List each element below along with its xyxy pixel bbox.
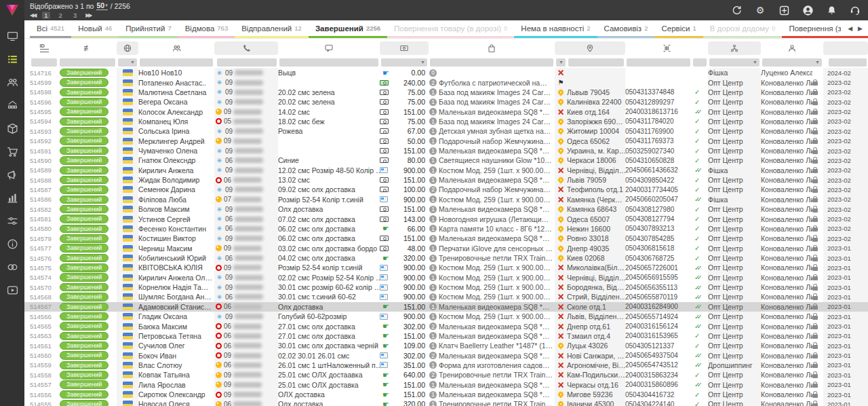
filter-money[interactable]: ▼	[381, 58, 427, 67]
table-row[interactable]: 514577 Завершений Черниш Максим 09 03.02…	[24, 243, 868, 253]
tab-в-дорозі-додому[interactable]: В дорозі додому0	[703, 20, 783, 38]
table-row[interactable]: 514566 Завершений Гладик Оксана 09 Голуб…	[24, 312, 868, 321]
settings-button[interactable]: ⚙	[754, 4, 766, 16]
sidebar-item-marketing[interactable]	[0, 163, 24, 186]
filter-ttn[interactable]	[627, 58, 690, 67]
filter-source[interactable]: ▼	[709, 58, 760, 67]
filter-check[interactable]	[693, 58, 707, 67]
filter-phone[interactable]	[217, 58, 277, 67]
column-header-country[interactable]	[117, 41, 138, 55]
sidebar-item-video[interactable]	[0, 278, 24, 301]
refresh-button[interactable]	[730, 4, 743, 16]
filter-city[interactable]	[568, 58, 624, 67]
column-header-source[interactable]	[708, 41, 761, 55]
column-header-manager[interactable]	[761, 41, 823, 55]
table-row[interactable]: 514567 Завершений Адамовский Станис… 06 …	[24, 302, 868, 312]
sidebar-item-settings[interactable]	[0, 209, 24, 232]
page-number-button[interactable]: 2	[57, 12, 64, 19]
table-row[interactable]: 514555 Завершений Новосад Олеся 06 Олх д…	[24, 399, 868, 406]
filter-comment[interactable]	[279, 58, 378, 67]
table-row[interactable]: 514586 Завершений Філіпова Люба 07 Розмі…	[24, 195, 868, 204]
table-row[interactable]: 514591 Завершений Чумаченко Олена 09 151…	[24, 146, 868, 155]
sidebar-item-orders[interactable]	[0, 48, 24, 71]
sidebar-item-clients[interactable]	[0, 71, 24, 94]
column-header-phone[interactable]	[214, 41, 278, 55]
table-row[interactable]: 514593 Завершений Сольська Ірина 09 Роже…	[24, 126, 868, 136]
sidebar-item-info[interactable]	[0, 232, 24, 255]
tab-відправлений[interactable]: Відправлений12	[235, 20, 309, 38]
table-row[interactable]: 514589 Завершений Кирилич Анжела 09 12.0…	[24, 166, 868, 175]
tab-всі[interactable]: Всі4521	[30, 20, 71, 38]
table-row[interactable]: 514558 Завершений Ковпак Татьяна 09 25.0…	[24, 370, 868, 380]
table-row[interactable]: 514595 Завершений Колосок Александр 09 1…	[24, 107, 868, 116]
tab-повернення-товару-(в-дорозі)[interactable]: Повернення товару (в дорозі)0	[387, 20, 514, 38]
table-row[interactable]: 514596 Завершений Вегера Оксана 09 20.02…	[24, 97, 868, 107]
table-row[interactable]: 514565 Завершений Баюка Максим 06 27.01 …	[24, 321, 868, 331]
filter-date[interactable]	[829, 58, 867, 67]
tab-завершений[interactable]: Завершений2256	[309, 20, 387, 38]
table-row[interactable]: 514563 Завершений Петровська Тетяна 06 2…	[24, 331, 868, 341]
filter-id[interactable]	[31, 58, 57, 67]
sidebar-item-products[interactable]	[0, 117, 24, 140]
table-row[interactable]: 514590 Завершений Гнатюк Олексндр 06 Син…	[24, 155, 868, 165]
column-header-comment[interactable]	[278, 41, 380, 55]
table-row[interactable]: 514580 Завершений Фесенко Константин 06 …	[24, 224, 868, 234]
account-button[interactable]	[802, 4, 814, 16]
table-row[interactable]: 514556 Завершений Сиротюк Олександр 09 О…	[24, 390, 868, 399]
table-row[interactable]: 514570 Завершений Корнелюк Надія Та… 09 …	[24, 282, 868, 292]
tab-сервіси[interactable]: Сервіси1	[654, 20, 703, 38]
page-number-button[interactable]: 1	[42, 12, 50, 19]
table-row[interactable]: 514560 Завершений Бокоч Иван 09 02.02 30…	[24, 350, 868, 360]
sidebar-item-statistics[interactable]	[0, 186, 24, 209]
app-logo[interactable]	[0, 0, 24, 20]
support-button[interactable]	[849, 4, 861, 16]
table-row[interactable]: 514559 Завершений Влас Слотюу 06 26.01 с…	[24, 361, 868, 370]
table-row[interactable]: 514576 Завершений Кобилинський Юрий 06 0…	[24, 253, 868, 263]
tab-відмова[interactable]: Відмова763	[178, 20, 235, 38]
filter-status[interactable]	[60, 58, 115, 67]
notifications-button[interactable]	[825, 4, 837, 16]
first-page-button[interactable]: ◀◀	[30, 12, 35, 18]
sidebar-item-purchases[interactable]	[0, 140, 24, 163]
page-size-dropdown[interactable]: 50▾	[96, 1, 107, 10]
filter-client[interactable]	[140, 58, 213, 67]
sidebar-item-dashboard[interactable]	[0, 24, 24, 48]
filter-manager[interactable]: ▼	[762, 58, 822, 67]
column-header-products[interactable]	[429, 41, 555, 55]
table-row[interactable]: 514582 Завершений Волков Максим 09 Олх д…	[24, 204, 868, 214]
column-header-id[interactable]: ID	[24, 41, 58, 55]
table-row[interactable]: 514599 Завершений Потапенко Анастас.. 09…	[24, 77, 868, 87]
add-new-button[interactable]	[778, 4, 790, 16]
tab-самовивіз[interactable]: Самовивіз2	[597, 20, 655, 38]
table-row[interactable]: 514588 Завершений Жидак Володимир 06 13.…	[24, 175, 868, 185]
column-header-delivery-city[interactable]	[555, 41, 625, 55]
sidebar-item-partners[interactable]	[0, 255, 24, 278]
tab-нема-в-наявності[interactable]: Нема в наявності2	[514, 20, 597, 38]
filter-products[interactable]	[430, 58, 553, 67]
table-row[interactable]: 514594 Завершений Компанец Юля 05 18.02 …	[24, 117, 868, 126]
sidebar-item-company[interactable]	[0, 94, 24, 117]
tabs-scroll-left[interactable]: ◀	[848, 25, 852, 32]
table-row[interactable]: 514587 Завершений Семенюк Дарина 09 09.0…	[24, 185, 868, 194]
table-row[interactable]: 514581 Завершений Устинов Сергей 06 07.0…	[24, 214, 868, 223]
column-header-client[interactable]	[138, 41, 214, 55]
page-number-button[interactable]: 3	[71, 12, 79, 19]
filter-delivery[interactable]: ▼	[556, 58, 566, 67]
tabs-scroll-right[interactable]: ▶	[858, 25, 863, 32]
table-row[interactable]: 514592 Завершений Мерклингер Андрей 09 5…	[24, 136, 868, 146]
tab-прийнятий[interactable]: Прийнятий7	[119, 20, 178, 38]
table-row[interactable]: 514574 Завершений Кирилич Анжела Ол… 09 …	[24, 273, 868, 282]
filter-country[interactable]: ▼	[118, 58, 137, 67]
table-row[interactable]: 514561 Завершений Сучилов Олег 06 30.01 …	[24, 341, 868, 350]
column-header-ttn[interactable]	[625, 41, 708, 55]
table-row[interactable]: 514716 Завершений Нов10 Нов10 09 Выцв 0.…	[24, 68, 868, 77]
column-header-status[interactable]: ≢	[58, 41, 117, 55]
last-page-button[interactable]: ▶▶	[85, 12, 91, 18]
column-header-date[interactable]	[823, 41, 868, 55]
column-header-money[interactable]	[380, 41, 429, 55]
table-row[interactable]: 514568 Завершений Шумляс Богдана Ан… 06 …	[24, 292, 868, 301]
table-row[interactable]: 514557 Завершений Лила Ярослав 09 25.01 …	[24, 380, 868, 390]
tab-новый[interactable]: Новый46	[71, 20, 119, 38]
table-row[interactable]: 514598 Завершений Малютина Светлана 09 2…	[24, 88, 868, 97]
table-row[interactable]: 514575 Завершений КВІТОВСЬКА ЮЛІЯ 09 Роз…	[24, 263, 868, 272]
